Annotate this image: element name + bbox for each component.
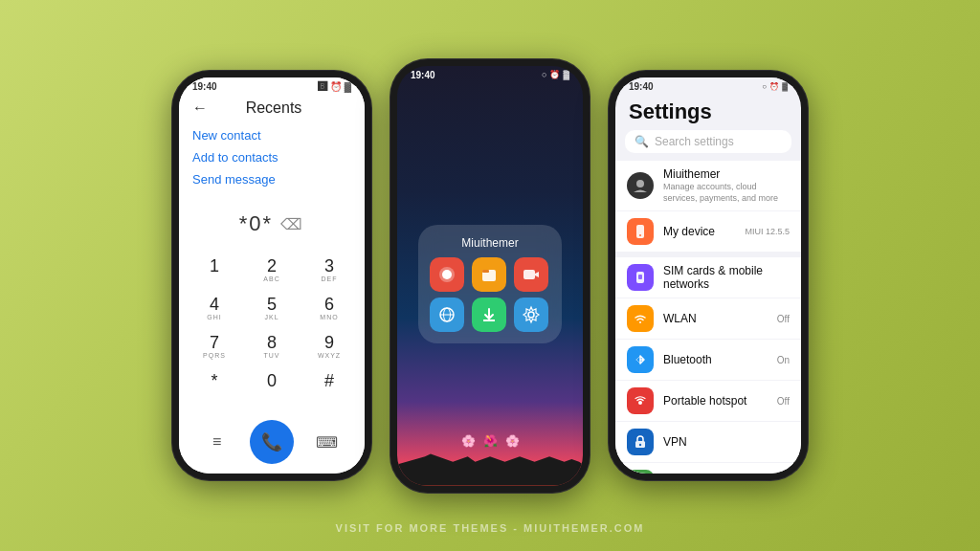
back-arrow-icon[interactable]: ←: [192, 99, 208, 117]
app-files[interactable]: [472, 257, 506, 292]
keypad-button[interactable]: ⌨: [310, 426, 343, 458]
status-bar-home: 19:40 ○ ⏰ ▓: [397, 66, 583, 82]
flower-3: 🌸: [505, 434, 520, 448]
keypad: 1 2ABC 3DEF 4GHI 5JKL 6MNO 7PQRS 8TUV 9W…: [179, 252, 365, 403]
device-icon: [627, 218, 654, 245]
vpn-label: VPN: [663, 435, 790, 449]
settings-item-connection[interactable]: Connection & sharing: [615, 463, 801, 474]
hotspot-text: Portable hotspot: [663, 394, 768, 408]
app-browser[interactable]: [430, 298, 464, 332]
dialer-actions: ≡ 📞 ⌨: [179, 412, 365, 474]
wlan-icon: [627, 305, 654, 332]
alarm-icon-s: ⏰: [769, 82, 779, 91]
key-8[interactable]: 8TUV: [244, 328, 300, 364]
svg-rect-15: [638, 275, 642, 279]
wlan-label: WLAN: [663, 312, 768, 325]
wlan-text: WLAN: [663, 312, 768, 325]
battery-icon: ▓: [345, 81, 351, 92]
bluetooth-status: On: [777, 355, 790, 365]
phone-settings: 19:40 ○ ⏰ ▓ Settings 🔍 Search settings: [608, 70, 809, 481]
settings-item-bluetooth[interactable]: Bluetooth On: [615, 340, 801, 380]
hotspot-status: Off: [777, 396, 790, 407]
svg-rect-4: [523, 270, 535, 279]
send-message-link[interactable]: Send message: [192, 172, 351, 187]
phones-container: 19:40 🅱 ⏰ ▓ ← Recents New contact Add to…: [171, 58, 809, 494]
flower-2: 🌺: [483, 434, 498, 448]
key-5[interactable]: 5JKL: [244, 290, 300, 326]
status-bar-dialer: 19:40 🅱 ⏰ ▓: [179, 77, 365, 94]
status-icons-settings: ○ ⏰ ▓: [762, 82, 788, 91]
time-dialer: 19:40: [192, 81, 217, 92]
time-settings: 19:40: [629, 81, 654, 92]
svg-point-10: [528, 312, 534, 318]
hotspot-label: Portable hotspot: [663, 394, 768, 408]
settings-title: Settings: [615, 94, 801, 130]
bluetooth-icon: 🅱: [318, 81, 327, 92]
key-4[interactable]: 4GHI: [187, 290, 242, 326]
sim-label: SIM cards & mobile networks: [663, 264, 790, 291]
dialer-header: ← Recents: [179, 94, 365, 121]
device-badge: MIUI 12.5.5: [745, 227, 790, 236]
svg-rect-3: [482, 270, 489, 273]
folder-widget[interactable]: Miuithemer: [418, 225, 562, 343]
add-contact-link[interactable]: Add to contacts: [192, 150, 351, 165]
new-contact-link[interactable]: New contact: [192, 128, 351, 143]
account-label: Miuithemer: [663, 167, 790, 181]
settings-item-sim[interactable]: SIM cards & mobile networks: [615, 257, 801, 298]
phone-dialer: 19:40 🅱 ⏰ ▓ ← Recents New contact Add to…: [171, 70, 372, 481]
account-sublabel: Manage accounts, cloud services, payment…: [663, 182, 790, 204]
settings-item-hotspot[interactable]: Portable hotspot Off: [615, 381, 801, 421]
settings-item-device[interactable]: My device MIUI 12.5.5: [615, 211, 801, 252]
key-6[interactable]: 6MNO: [301, 290, 357, 326]
key-7[interactable]: 7PQRS: [187, 328, 242, 364]
device-text: My device: [663, 225, 735, 238]
svg-point-1: [442, 270, 452, 279]
account-text: Miuithemer Manage accounts, cloud servic…: [663, 167, 790, 204]
folder-title: Miuithemer: [430, 236, 550, 250]
folder-grid: [430, 257, 550, 332]
svg-marker-5: [535, 272, 539, 277]
search-bar[interactable]: 🔍 Search settings: [625, 130, 791, 153]
sim-icon: [627, 264, 654, 291]
app-settings[interactable]: [514, 298, 548, 332]
delete-button[interactable]: ⌫: [280, 215, 304, 233]
app-screen-recorder[interactable]: [514, 257, 548, 292]
settings-item-account[interactable]: Miuithemer Manage accounts, cloud servic…: [615, 161, 801, 210]
watermark: VISIT FOR MORE THEMES - MIUITHEMER.COM: [336, 522, 645, 534]
flower-decoration: 🌸 🌺 🌸: [397, 434, 583, 448]
call-button[interactable]: 📞: [250, 420, 294, 464]
battery-icon-home: ▓: [563, 70, 569, 79]
status-icons-home: ○ ⏰ ▓: [542, 70, 569, 79]
bluetooth-text: Bluetooth: [663, 353, 768, 366]
key-2[interactable]: 2ABC: [244, 252, 300, 288]
app-downloader[interactable]: [472, 298, 506, 332]
sim-text: SIM cards & mobile networks: [663, 264, 790, 291]
key-3[interactable]: 3DEF: [301, 252, 357, 288]
key-hash[interactable]: #: [301, 366, 357, 403]
bluetooth-settings-icon: [627, 346, 654, 373]
hotspot-icon: [627, 387, 654, 414]
phone-home: 19:40 ○ ⏰ ▓ Miuithemer: [390, 58, 590, 494]
settings-item-vpn[interactable]: VPN: [615, 422, 801, 462]
key-star[interactable]: *: [187, 366, 242, 403]
menu-button[interactable]: ≡: [201, 426, 234, 458]
svg-point-18: [639, 444, 641, 446]
key-0[interactable]: 0: [244, 366, 300, 403]
vpn-icon: [627, 429, 654, 455]
svg-point-11: [636, 180, 644, 187]
key-9[interactable]: 9WXYZ: [301, 328, 357, 364]
dialer-screen: 19:40 🅱 ⏰ ▓ ← Recents New contact Add to…: [179, 77, 365, 474]
account-icon: [627, 172, 654, 199]
app-recorder[interactable]: [430, 257, 464, 292]
key-1[interactable]: 1: [187, 252, 242, 288]
alarm-icon: ⏰: [330, 81, 342, 92]
status-bar-settings: 19:40 ○ ⏰ ▓: [615, 77, 801, 94]
svg-point-13: [639, 234, 641, 236]
status-icons-dialer: 🅱 ⏰ ▓: [318, 81, 351, 92]
bluetooth-label: Bluetooth: [663, 353, 768, 366]
device-label: My device: [663, 225, 735, 238]
time-home: 19:40: [411, 70, 435, 80]
search-placeholder: Search settings: [655, 135, 734, 148]
settings-item-wlan[interactable]: WLAN Off: [615, 298, 801, 339]
dialer-title: Recents: [215, 99, 332, 117]
